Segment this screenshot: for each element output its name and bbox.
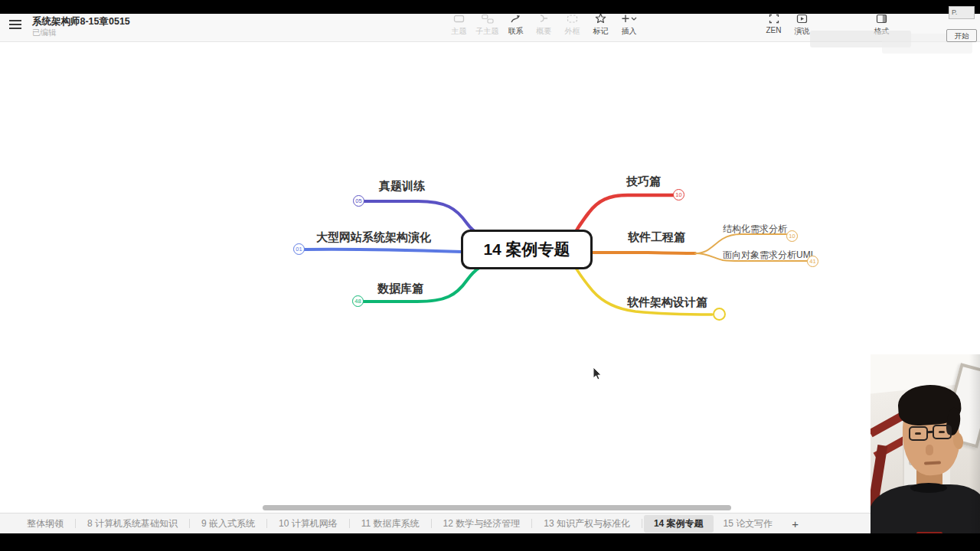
boundary-button[interactable]: 外框 [558, 12, 586, 37]
zen-icon [760, 12, 788, 24]
tab-separator [349, 519, 350, 528]
document-status: 已编辑 [32, 28, 57, 38]
collapse-badge[interactable]: 41 [807, 256, 818, 267]
tab-separator [431, 519, 432, 528]
topic-shujuku[interactable]: 数据库篇 [377, 282, 423, 296]
collapse-badge[interactable]: 10 [673, 189, 684, 201]
app-window: 系统架构师8-15章0515 已编辑 主题 子主题 联系 概要 外框 [0, 0, 980, 551]
topic-ruangong[interactable]: 软件工程篇 [628, 230, 685, 245]
play-icon [788, 12, 816, 24]
add-sheet-button[interactable]: + [782, 517, 808, 530]
tab-separator [189, 519, 190, 528]
collapse-badge[interactable]: 01 [293, 243, 305, 255]
sheet-tab[interactable]: 整体纲领 [17, 515, 74, 533]
insert-plus-icon [615, 12, 643, 24]
mouse-cursor [592, 367, 603, 382]
summary-icon [530, 12, 558, 24]
topic-mianxiang[interactable]: 面向对象需求分析UML [723, 249, 815, 262]
branch-line-daxing [305, 249, 462, 252]
sheet-tab[interactable]: 12 数学与经济管理 [433, 515, 531, 533]
recorder-start-button[interactable]: 开始 [946, 29, 977, 42]
topic-button[interactable]: 主题 [445, 12, 473, 37]
marker-star-icon [586, 12, 615, 24]
toolbar-center: 主题 子主题 联系 概要 外框 标记 [445, 12, 643, 37]
webcam-overlay [871, 354, 980, 551]
boundary-icon [558, 12, 586, 24]
person-eye [915, 432, 921, 435]
topic-daxing[interactable]: 大型网站系统架构演化 [316, 230, 431, 245]
mindmap-branch-lines [0, 0, 980, 551]
collapse-badge[interactable]: 48 [352, 295, 364, 307]
person-nose-shadow [926, 445, 933, 455]
cam-edge-shade [969, 354, 980, 551]
sheet-tab[interactable]: 8 计算机系统基础知识 [77, 515, 188, 533]
bottom-letterbox-bar [0, 533, 980, 551]
sheet-tab[interactable]: 15 论文写作 [714, 515, 783, 533]
insert-button[interactable]: 插入 [615, 12, 643, 37]
sheet-tab[interactable]: 9 嵌入式系统 [191, 515, 265, 533]
topic-zhenti[interactable]: 真题训练 [379, 179, 425, 194]
collapse-badge[interactable]: 10 [786, 230, 798, 242]
sheet-tab[interactable]: 10 计算机网络 [269, 515, 348, 533]
top-letterbox-bar [0, 0, 980, 14]
menu-icon[interactable] [9, 20, 21, 29]
topic-icon [445, 12, 473, 24]
branch-line-zhenti [364, 201, 480, 234]
subtopic-icon [473, 12, 501, 24]
recorder-field[interactable]: P. [949, 6, 975, 19]
branch-line-ruangong [591, 253, 695, 253]
collapse-badge[interactable]: 05 [353, 195, 364, 207]
tab-separator [266, 519, 267, 528]
branch-line-jiqiao [574, 195, 673, 234]
toolbar-right: ZEN 演说 [760, 12, 816, 37]
zen-button[interactable]: ZEN [760, 12, 788, 34]
summary-button[interactable]: 概要 [530, 12, 558, 37]
marker-button[interactable]: 标记 [586, 12, 615, 37]
document-title: 系统架构师8-15章0515 [32, 15, 130, 28]
sheet-tab[interactable]: 11 数据库系统 [351, 515, 430, 533]
collapse-badge[interactable] [713, 308, 726, 321]
subtopic-button[interactable]: 子主题 [473, 12, 501, 37]
topic-jiqiao[interactable]: 技巧篇 [626, 174, 661, 189]
tab-separator [75, 519, 76, 528]
sheet-tab-bar: 整体纲领 8 计算机系统基础知识 9 嵌入式系统 10 计算机网络 11 数据库… [0, 513, 980, 533]
relationship-button[interactable]: 联系 [501, 12, 530, 37]
relationship-icon [501, 12, 530, 24]
sheet-tab[interactable]: 13 知识产权与标准化 [534, 515, 640, 533]
tab-separator [531, 519, 532, 528]
central-topic[interactable]: 14 案例专题 [461, 230, 593, 269]
topic-jiegouhua[interactable]: 结构化需求分析 [723, 223, 787, 236]
horizontal-scrollbar[interactable] [263, 505, 731, 510]
person-eye [939, 431, 945, 433]
topic-jiagou[interactable]: 软件架构设计篇 [627, 295, 707, 310]
tab-separator [642, 519, 642, 528]
format-panel-icon [867, 12, 896, 24]
sheet-tab-active[interactable]: 14 案例专题 [644, 515, 714, 533]
person-collar-shadow [910, 483, 947, 493]
